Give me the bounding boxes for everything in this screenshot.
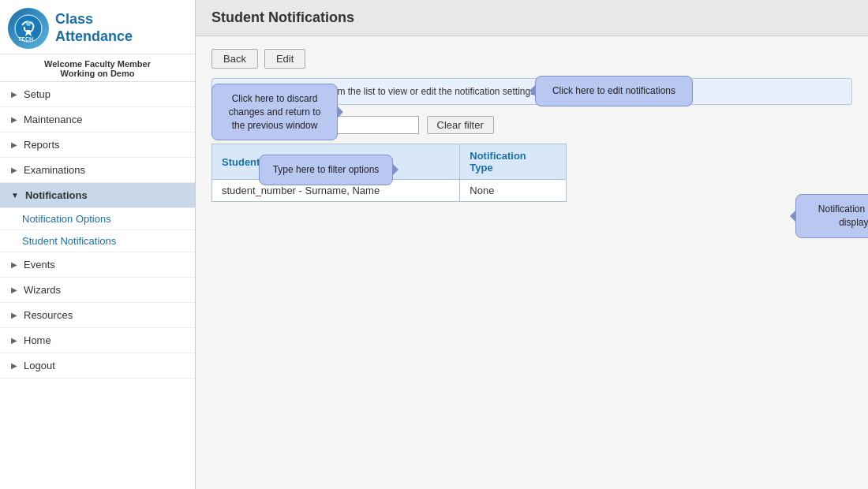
svg-point-1 — [26, 21, 31, 26]
arrow-icon: ▶ — [11, 311, 17, 319]
arrow-icon: ▶ — [11, 336, 17, 345]
sidebar-nav: ▶ Setup ▶ Maintenance ▶ Reports ▶ Examin… — [0, 82, 195, 489]
toolbar: Back Edit — [211, 49, 852, 69]
tooltip-back: Click here to discard changes and return… — [211, 84, 338, 140]
app-logo: TECH — [8, 8, 49, 49]
arrow-icon: ▶ — [11, 166, 17, 174]
arrow-icon: ▼ — [11, 191, 19, 200]
sidebar-item-reports[interactable]: ▶ Reports — [0, 133, 195, 158]
sidebar-item-maintenance[interactable]: ▶ Maintenance — [0, 107, 195, 133]
sidebar-subitem-notification-options[interactable]: Notification Options — [0, 208, 195, 230]
col-notification-type: NotificationType — [460, 144, 567, 180]
page-header: Student Notifications — [196, 0, 868, 36]
sidebar-item-examinations[interactable]: ▶ Examinations — [0, 158, 195, 183]
arrow-icon: ▶ — [11, 115, 17, 124]
app-title-block: Class Attendance — [55, 11, 133, 45]
sidebar-subitem-student-notifications[interactable]: Student Notifications — [0, 230, 195, 252]
welcome-text: Welcome Faculty Member Working on Demo — [0, 54, 195, 82]
main-content: Student Notifications Back Edit ℹ Note: … — [196, 0, 868, 489]
svg-text:TECH: TECH — [18, 36, 33, 42]
arrow-icon: ▶ — [11, 90, 17, 99]
page-title: Student Notifications — [211, 9, 852, 26]
sidebar: TECH Class Attendance Welcome Faculty Me… — [0, 0, 196, 489]
sidebar-item-notifications[interactable]: ▼ Notifications — [0, 183, 195, 208]
sidebar-header: TECH Class Attendance — [0, 0, 195, 54]
arrow-icon: ▶ — [11, 140, 17, 149]
edit-button[interactable]: Edit — [264, 49, 305, 69]
tooltip-edit: Click here to edit notifications — [535, 76, 693, 106]
tooltip-details: Notification details will display here — [795, 194, 868, 238]
sidebar-item-events[interactable]: ▶ Events — [0, 252, 195, 278]
sidebar-item-logout[interactable]: ▶ Logout — [0, 353, 195, 379]
arrow-icon: ▶ — [11, 286, 17, 294]
app-title: Class Attendance — [55, 11, 133, 45]
sidebar-item-resources[interactable]: ▶ Resources — [0, 303, 195, 328]
back-button[interactable]: Back — [211, 49, 258, 69]
content-area: Back Edit ℹ Note: Select a student from … — [196, 36, 868, 489]
tooltip-filter: Type here to filter options — [259, 155, 393, 185]
arrow-icon: ▶ — [11, 260, 17, 269]
sidebar-item-setup[interactable]: ▶ Setup — [0, 82, 195, 107]
cell-notification-type: None — [460, 180, 567, 202]
clear-filter-button[interactable]: Clear filter — [427, 116, 494, 134]
sidebar-item-home[interactable]: ▶ Home — [0, 328, 195, 353]
arrow-icon: ▶ — [11, 361, 17, 370]
sidebar-item-wizards[interactable]: ▶ Wizards — [0, 278, 195, 303]
